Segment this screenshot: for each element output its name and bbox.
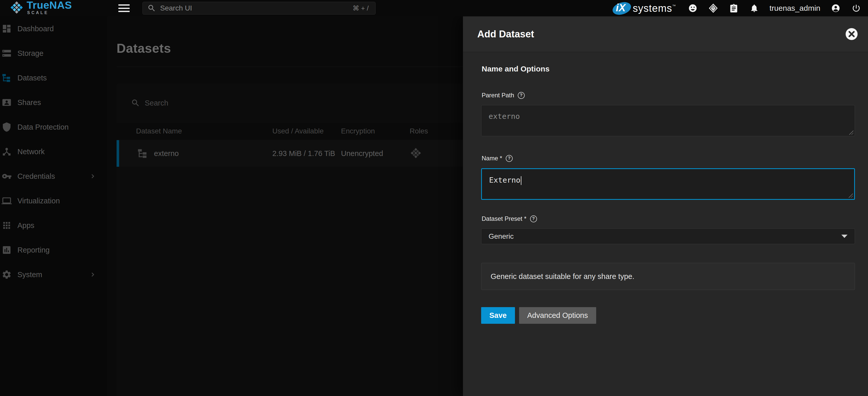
ix-logo-icon: iX (612, 2, 632, 15)
close-icon[interactable] (844, 27, 859, 41)
advanced-options-button[interactable]: Advanced Options (519, 307, 596, 324)
parent-path-label: Parent Path (482, 92, 525, 99)
preset-info-box: Generic dataset suitable for any share t… (481, 263, 855, 290)
save-button[interactable]: Save (481, 307, 515, 324)
logo-title: TrueNAS (27, 0, 72, 11)
help-icon[interactable] (506, 155, 513, 162)
modal-title: Add Dataset (477, 29, 534, 40)
dataset-preset-select[interactable]: Generic (481, 229, 855, 244)
username-label: truenas_admin (770, 4, 820, 12)
name-field[interactable]: Externo (481, 168, 855, 200)
truenas-logo[interactable]: TrueNAS SCALE (9, 1, 72, 16)
logo-subtitle: SCALE (27, 11, 72, 15)
help-icon[interactable] (518, 92, 525, 99)
help-icon[interactable] (530, 215, 537, 222)
truecommand-icon[interactable] (708, 3, 718, 13)
chevron-down-icon (841, 235, 847, 238)
parent-path-field[interactable]: externo (481, 105, 855, 136)
resize-handle-icon[interactable] (848, 193, 853, 198)
truenas-logo-icon (9, 1, 24, 16)
notifications-bell-icon[interactable] (749, 3, 760, 13)
topbar: TrueNAS SCALE ⌘ + / iX systems ™ (0, 0, 868, 17)
global-search[interactable]: ⌘ + / (143, 2, 376, 14)
ixsystems-logo: iX systems ™ (612, 2, 676, 15)
truenas-app: TrueNAS SCALE ⌘ + / iX systems ™ (0, 0, 868, 396)
power-icon[interactable] (851, 3, 861, 13)
add-dataset-modal: Add Dataset Name and Options Parent Path… (463, 17, 868, 396)
dataset-preset-label: Dataset Preset * (482, 215, 537, 222)
feedback-icon[interactable] (688, 3, 698, 13)
section-name-and-options: Name and Options (482, 65, 550, 73)
resize-handle-icon[interactable] (848, 130, 854, 135)
jobs-clipboard-icon[interactable] (728, 3, 739, 13)
modal-backdrop[interactable] (0, 17, 463, 396)
name-label: Name * (482, 155, 513, 162)
global-search-input[interactable] (160, 4, 352, 12)
text-caret (521, 176, 521, 185)
search-shortcut: ⌘ + / (352, 4, 369, 12)
menu-toggle-icon[interactable] (118, 3, 130, 13)
modal-header: Add Dataset (463, 17, 868, 52)
search-icon (147, 4, 156, 12)
account-icon[interactable] (831, 3, 841, 13)
